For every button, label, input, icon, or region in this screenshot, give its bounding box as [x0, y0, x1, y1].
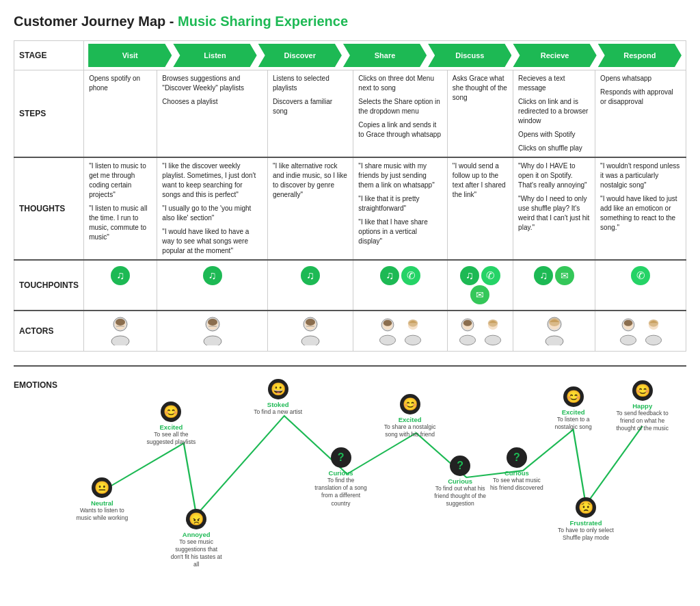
touchpoints-discuss: ♫ ✆ ✉	[447, 260, 513, 311]
curious-face-discover: ?	[331, 447, 351, 468]
journey-map-table: STAGE Visit Listen Discover Share Discus…	[14, 40, 686, 352]
thoughts-row: THOUGHTS "I listen to music to get me th…	[14, 157, 686, 260]
actor-female-3	[541, 315, 567, 345]
thoughts-label: THOUGHTS	[14, 157, 84, 260]
svg-point-11	[301, 336, 319, 345]
emotion-annoyed-listen: 😠 Annoyed To see music suggestions that …	[169, 509, 224, 568]
thoughts-share: "I share music with my friends by just s…	[353, 157, 448, 260]
touchpoints-recieve: ♫ ✉	[513, 260, 595, 311]
svg-point-36	[623, 320, 632, 326]
thoughts-listen: "I like the discover weekly playlist. So…	[157, 157, 268, 260]
whatsapp-icon-respond: ✆	[631, 266, 650, 285]
spotify-icon-discover: ♫	[301, 266, 320, 285]
steps-discover: Listens to selected playlists Discovers …	[267, 70, 353, 158]
actor-male-4	[376, 315, 399, 345]
svg-point-16	[380, 335, 396, 345]
actors-row: ACTORS	[14, 311, 686, 352]
actor-male-5	[456, 315, 479, 345]
svg-point-1	[111, 336, 129, 345]
actors-discover	[267, 311, 353, 352]
whatsapp-icon-discuss: ✆	[481, 266, 500, 285]
svg-point-9	[208, 319, 217, 326]
svg-point-37	[645, 335, 661, 345]
steps-visit: Opens spotify on phone	[84, 70, 157, 158]
emotion-neutral: 😐 Neutral Wants to listen to music while…	[75, 477, 129, 522]
svg-point-39	[648, 319, 658, 327]
actor-male-3	[297, 315, 323, 345]
stage-discover: Discover	[258, 44, 342, 67]
stage-share: Share	[343, 44, 427, 67]
stage-respond: Respond	[598, 44, 682, 67]
stoked-face-discover: 😀	[268, 379, 288, 399]
steps-share: Clicks on three dot Menu next to song Se…	[353, 70, 448, 158]
actors-recieve	[513, 311, 595, 352]
svg-point-21	[408, 319, 418, 327]
actor-male-2	[200, 315, 226, 345]
actors-discuss	[447, 311, 513, 352]
spotify-icon-discuss: ♫	[460, 266, 479, 285]
thoughts-recieve: "Why do I HAVE to open it on Spotify. Th…	[513, 157, 595, 260]
svg-point-18	[383, 320, 392, 326]
spotify-icon-visit: ♫	[111, 266, 130, 285]
steps-label: STEPS	[14, 70, 84, 158]
thoughts-discuss: "I would send a follow up to the text af…	[447, 157, 513, 260]
actor-female-1	[401, 315, 425, 345]
touchpoints-discover: ♫	[267, 260, 353, 311]
stage-label: STAGE	[14, 41, 84, 70]
touchpoints-label: TOUCHPOINTS	[14, 260, 84, 311]
emotion-stoked-discover: 😀 Stoked To find a new artist	[251, 379, 306, 416]
excited-face-recieve: 😊	[563, 386, 584, 407]
svg-point-14	[306, 319, 315, 326]
svg-point-6	[204, 336, 221, 345]
actors-share	[353, 311, 448, 352]
steps-row: STEPS Opens spotify on phone Browses sug…	[14, 70, 686, 158]
actor-male	[107, 315, 133, 345]
thoughts-respond: "I wouldn't respond unless it was a part…	[595, 157, 686, 260]
svg-point-25	[463, 320, 472, 326]
emotion-curious-recieve: ? Curious To see what music his friend d…	[489, 447, 544, 492]
excited-face-listen: 😊	[161, 401, 181, 422]
emotions-chart: 😐 Neutral Wants to listen to music while…	[58, 375, 686, 566]
curious-face-recieve: ?	[507, 447, 527, 468]
frustrated-face-recieve: 😟	[576, 497, 596, 518]
stage-discuss: Discuss	[428, 44, 511, 67]
curious-face-discuss: ?	[450, 456, 470, 476]
svg-point-34	[620, 335, 636, 345]
svg-point-32	[549, 318, 560, 326]
emotion-excited-share: 😊 Excited To share a nostalgic song with…	[383, 394, 438, 438]
touchpoints-share: ♫ ✆	[353, 260, 448, 311]
emotion-excited-recieve: 😊 Excited To listen to a nostalgic song	[546, 386, 601, 431]
emotion-excited-listen: 😊 Excited To see all the suggested playl…	[144, 401, 198, 446]
page-title: Customer Journey Map - Music Sharing Exp…	[14, 14, 686, 29]
stage-visit: Visit	[88, 44, 172, 67]
steps-recieve: Recieves a text message Clicks on link a…	[513, 70, 595, 158]
spotify-icon-listen: ♫	[203, 266, 222, 285]
touchpoints-row: TOUCHPOINTS ♫ ♫ ♫ ♫ ✆ ♫ ✆ ✉ ♫ ✉ ✆	[14, 260, 686, 311]
excited-face-share: 😊	[400, 394, 420, 414]
svg-point-23	[459, 335, 475, 345]
thoughts-visit: "I listen to music to get me through cod…	[84, 157, 157, 260]
spotify-icon-share: ♫	[380, 266, 399, 285]
spotify-icon-recieve: ♫	[534, 266, 553, 285]
emotion-curious-discuss: ? Curious To find out what his friend th…	[433, 456, 487, 508]
thoughts-discover: "I like alternative rock and indie music…	[267, 157, 353, 260]
touchpoints-respond: ✆	[595, 260, 686, 311]
actor-male-6	[617, 315, 640, 345]
actors-listen	[157, 311, 268, 352]
touchpoints-listen: ♫	[157, 260, 268, 311]
touchpoints-visit: ♫	[84, 260, 157, 311]
actors-respond	[595, 311, 686, 352]
actors-visit	[84, 311, 157, 352]
svg-point-28	[488, 319, 498, 327]
steps-respond: Opens whatsapp Responds with approval or…	[595, 70, 686, 158]
stage-recieve: Recieve	[513, 44, 596, 67]
happy-face-respond: 😊	[632, 380, 653, 401]
svg-point-29	[546, 336, 563, 345]
svg-point-19	[405, 335, 420, 345]
emotion-frustrated-recieve: 😟 Frustrated To have to only select Shuf…	[558, 497, 614, 542]
annoyed-face-listen: 😠	[186, 509, 206, 529]
emotion-happy-respond: 😊 Happy To send feedback to friend on wh…	[615, 380, 671, 432]
imessage-icon-recieve: ✉	[555, 266, 574, 285]
svg-point-26	[485, 335, 500, 345]
actor-female-4	[642, 315, 665, 345]
